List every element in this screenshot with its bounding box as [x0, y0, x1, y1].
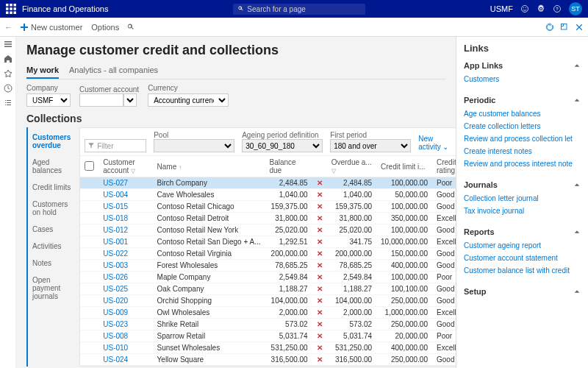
gear-icon[interactable] — [537, 4, 545, 13]
table-row[interactable]: US-025Oak Company1,188.27✕1,188.27100,10… — [80, 283, 456, 295]
col-name[interactable]: Name ↑ — [153, 156, 265, 177]
customer-link[interactable]: US-003 — [98, 260, 152, 272]
global-search[interactable] — [233, 4, 365, 15]
first-period-select[interactable]: 180 and over — [330, 139, 411, 152]
col-credit-limit[interactable]: Credit limit i... — [376, 156, 432, 177]
customer-link[interactable]: US-018 — [98, 213, 152, 224]
table-row[interactable]: US-027Birch Company2,484.85✕2,484.85100,… — [80, 177, 456, 189]
customer-link[interactable]: US-026 — [98, 272, 152, 283]
star-icon[interactable] — [4, 69, 12, 78]
section-header-app[interactable]: App Links — [464, 58, 581, 73]
overdue-x-icon: ✕ — [312, 330, 327, 342]
customer-link[interactable]: US-004 — [98, 189, 152, 201]
section-header-periodic[interactable]: Periodic — [464, 93, 581, 107]
table-row[interactable]: US-026Maple Company2,549.84✕2,549.84100,… — [80, 272, 456, 283]
table-row[interactable]: US-018Contoso Retail Detroit31,800.00✕31… — [80, 213, 456, 224]
link-item[interactable]: Customer balance list with credit — [464, 264, 581, 277]
customer-link[interactable]: US-022 — [98, 248, 152, 260]
link-item[interactable]: Collection letter journal — [464, 192, 581, 205]
page-tabs: My work Analytics - all companies — [26, 63, 445, 79]
vtab-aged-balances[interactable]: Aged balances — [28, 154, 75, 179]
link-item[interactable]: Tax invoice journal — [464, 205, 581, 217]
clock-icon[interactable] — [4, 84, 12, 93]
grid-filter-input[interactable]: Filter — [85, 139, 146, 152]
svg-rect-8 — [14, 12, 17, 15]
customer-link[interactable]: US-023 — [98, 319, 152, 330]
select-all-checkbox[interactable] — [85, 161, 94, 171]
company-select[interactable]: USMF — [26, 93, 71, 107]
search-input[interactable] — [247, 5, 361, 13]
col-customer-account[interactable]: Customer account ▽ — [98, 156, 152, 177]
vtab-open-payment-journals[interactable]: Open payment journals — [28, 272, 75, 305]
table-row[interactable]: US-010Sunset Wholesales531,250.00✕531,25… — [80, 342, 456, 354]
vtab-customers-on-hold[interactable]: Customers on hold — [28, 196, 75, 221]
link-item[interactable]: Review and process interest note — [464, 158, 581, 170]
table-row[interactable]: US-009Owl Wholesales2,000.00✕2,000.001,0… — [80, 307, 456, 319]
customer-link[interactable]: US-010 — [98, 342, 152, 354]
col-balance-due[interactable]: Balance due — [265, 156, 312, 177]
customer-link[interactable]: US-001 — [98, 236, 152, 248]
list-icon[interactable] — [4, 99, 12, 107]
section-header-setup[interactable]: Setup — [464, 284, 581, 299]
col-overdue[interactable]: Overdue a... ▽ — [327, 156, 376, 177]
vtab-credit-limits[interactable]: Credit limits — [28, 179, 75, 196]
currency-select[interactable]: Accounting currency — [148, 93, 229, 107]
entity-label[interactable]: USMF — [490, 4, 513, 13]
plus-icon — [20, 23, 29, 32]
home-icon[interactable] — [4, 54, 12, 63]
customer-account-input[interactable] — [79, 93, 123, 107]
vtab-customers-overdue[interactable]: Customers overdue — [28, 129, 75, 154]
avatar[interactable]: ST — [569, 2, 582, 15]
popout-icon[interactable] — [560, 23, 569, 32]
section-header-journals[interactable]: Journals — [464, 177, 581, 192]
customer-link[interactable]: US-020 — [98, 295, 152, 307]
table-row[interactable]: US-004Cave Wholesales1,040.00✕1,040.0050… — [80, 189, 456, 201]
table-row[interactable]: US-022Contoso Retail Virginia200,000.00✕… — [80, 248, 456, 260]
link-item[interactable]: Review and process collection let — [464, 132, 581, 145]
new-customer-button[interactable]: New customer — [15, 23, 87, 32]
link-item[interactable]: Customers — [464, 73, 581, 85]
table-row[interactable]: US-003Forest Wholesales78,685.25✕78,685.… — [80, 260, 456, 272]
link-item[interactable]: Customer ageing report — [464, 239, 581, 252]
customer-link[interactable]: US-025 — [98, 283, 152, 295]
options-button[interactable]: Options — [87, 23, 123, 32]
close-icon[interactable] — [575, 23, 584, 32]
customer-link[interactable]: US-015 — [98, 201, 152, 213]
menu-icon[interactable] — [4, 40, 12, 49]
vtab-cases[interactable]: Cases — [28, 221, 75, 238]
help-icon[interactable]: ? — [553, 4, 562, 13]
customer-link[interactable]: US-008 — [98, 330, 152, 342]
emoji-icon[interactable] — [520, 4, 529, 13]
link-item[interactable]: Create interest notes — [464, 145, 581, 158]
customer-link[interactable]: US-024 — [98, 354, 152, 366]
tab-analytics[interactable]: Analytics - all companies — [69, 63, 158, 79]
vtab-activities[interactable]: Activities — [28, 238, 75, 255]
link-item[interactable]: Customer account statement — [464, 252, 581, 264]
table-row[interactable]: US-001Contoso Retail San Diego + A...1,2… — [80, 236, 456, 248]
link-item[interactable]: Age customer balances — [464, 107, 581, 120]
link-item[interactable]: Create collection letters — [464, 120, 581, 132]
table-row[interactable]: US-024Yellow Square316,500.00✕316,500.00… — [80, 354, 456, 366]
refresh-icon[interactable] — [545, 23, 554, 32]
new-activity-button[interactable]: New activity ⌄ — [418, 135, 451, 151]
section-header-reports[interactable]: Reports — [464, 224, 581, 239]
tab-my-work[interactable]: My work — [26, 63, 59, 79]
overdue-x-icon: ✕ — [312, 248, 327, 260]
vtab-notes[interactable]: Notes — [28, 255, 75, 272]
customer-link[interactable]: US-009 — [98, 307, 152, 319]
back-arrow-icon[interactable]: ← — [4, 23, 12, 32]
waffle-icon[interactable] — [6, 4, 16, 14]
command-bar: ← New customer Options — [0, 18, 588, 37]
customer-link[interactable]: US-012 — [98, 224, 152, 236]
col-credit-rating[interactable]: Credit rating — [432, 156, 456, 177]
table-row[interactable]: US-015Contoso Retail Chicago159,375.00✕1… — [80, 201, 456, 213]
search-action-icon[interactable] — [126, 23, 135, 32]
ageing-select[interactable]: 30_60_90_180 — [242, 139, 323, 152]
customer-link[interactable]: US-027 — [98, 177, 152, 189]
table-row[interactable]: US-023Shrike Retail573.02✕573.02250,000.… — [80, 319, 456, 330]
table-row[interactable]: US-020Orchid Shopping104,000.00✕104,000.… — [80, 295, 456, 307]
pool-select[interactable] — [154, 139, 234, 152]
customer-account-lookup[interactable] — [123, 93, 137, 107]
table-row[interactable]: US-012Contoso Retail New York25,020.00✕2… — [80, 224, 456, 236]
table-row[interactable]: US-008Sparrow Retail5,031.74✕5,031.7420,… — [80, 330, 456, 342]
